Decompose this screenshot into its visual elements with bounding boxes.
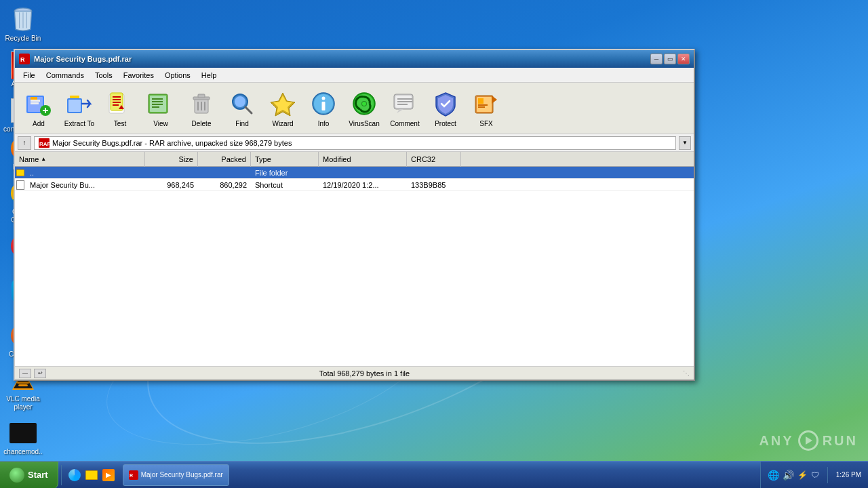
taskbar-apps: R Major Security Bugs.pdf.rar [119,462,233,489]
menu-bar: File Commands Tools Favorites Options He… [15,68,694,83]
toolbar-sfx-button[interactable]: SFX [467,85,506,131]
folder-up-size [145,167,198,179]
menu-favorites[interactable]: Favorites [118,70,159,81]
file-name: Major Security Bu... [26,179,145,191]
col-header-size[interactable]: Size [145,152,198,167]
desktop-icon-recycle-bin[interactable]: Recycle Bin [1,3,45,45]
minimize-button[interactable]: ─ [650,54,663,64]
toolbar-delete-button[interactable]: Delete [182,85,221,131]
comment-button-label: Comment [390,120,419,127]
start-button[interactable]: Start [0,462,58,489]
menu-tools[interactable]: Tools [90,70,118,81]
anyrun-run-text: RUN [823,433,858,449]
extract-button-label: Extract To [64,120,94,127]
col-header-packed[interactable]: Packed [198,152,251,167]
col-header-modified[interactable]: Modified [319,152,407,167]
toolbar-add-button[interactable]: Add [19,85,58,131]
toolbar-find-button[interactable]: Find [222,85,262,131]
toolbar-protect-button[interactable]: Protect [426,85,465,131]
svg-point-50 [362,102,366,106]
vlc-label: VLC media player [3,395,43,411]
folder-up-packed [198,167,251,179]
menu-options[interactable]: Options [159,70,196,81]
folder-up-type: File folder [251,167,319,179]
address-bar: ↑ RAR Major Security Bugs.pdf.rar - RAR … [15,134,694,152]
add-button-label: Add [33,120,45,127]
taskbar: Start ▶ R Major Security Bugs.pdf.r [0,461,868,488]
col-header-crc32[interactable]: CRC32 [407,152,461,167]
toolbar-view-button[interactable]: View [141,85,180,131]
toolbar-info-button[interactable]: Info [304,85,343,131]
delete-icon [186,89,216,119]
svg-rect-18 [45,108,46,113]
anyrun-watermark: ANY RUN [759,430,858,451]
view-icon [146,89,176,119]
status-left: — ↩ [19,369,46,378]
status-btn-1[interactable]: — [19,369,31,378]
winrar-title-text: Major Security Bugs.pdf.rar [34,55,132,63]
file-modified: 12/19/2020 1:2... [319,179,407,191]
desktop-icon-chancemodi[interactable]: chancemod... [1,417,45,467]
svg-rect-46 [322,102,326,110]
comment-icon [390,89,420,119]
quicklaunch-folder-icon[interactable] [84,468,99,483]
toolbar-virusscan-button[interactable]: VirusScan [344,85,384,131]
col-crc32-label: CRC32 [411,152,435,167]
taskbar-separator [61,465,62,485]
resize-grip[interactable]: ⋱ [683,369,690,377]
info-button-label: Info [318,120,330,127]
taskbar-winrar-app[interactable]: R Major Security Bugs.pdf.rar [123,464,229,486]
tray-clock[interactable]: 1:26 PM [836,470,861,480]
wizard-icon [268,89,298,119]
info-icon [309,89,338,119]
menu-commands[interactable]: Commands [41,70,90,81]
status-btn-2[interactable]: ↩ [34,369,46,378]
close-button[interactable]: ✕ [677,54,690,64]
menu-help[interactable]: Help [196,70,222,81]
tray-power-icon[interactable]: ⚡ [797,470,808,480]
toolbar-test-button[interactable]: Test [100,85,140,131]
title-bar-left: R Major Security Bugs.pdf.rar [19,54,132,64]
file-list-header: Name ▲ Size Packed Type Modified CRC32 [15,152,694,167]
table-row-up[interactable]: .. File folder [15,167,694,179]
file-packed: 860,292 [198,179,251,191]
protect-button-label: Protect [435,120,456,127]
folder-up-name: .. [26,167,145,179]
toolbar-comment-button[interactable]: Comment [385,85,425,131]
delete-button-label: Delete [192,120,212,127]
test-icon [105,89,135,119]
quicklaunch-ie-icon[interactable] [67,468,82,483]
table-row-file[interactable]: Major Security Bu... 968,245 860,292 Sho… [15,179,694,191]
sfx-icon [471,89,501,119]
tray-volume-icon[interactable]: 🔊 [783,470,794,481]
svg-rect-13 [31,97,37,100]
file-list-body: .. File folder Major Security Bu... 968,… [15,167,694,366]
quicklaunch-media-icon[interactable]: ▶ [101,468,116,483]
tray-network-icon[interactable]: 🌐 [768,470,779,481]
navigate-up-button[interactable]: ↑ [18,136,31,150]
taskbar-winrar-icon: R [129,470,138,480]
svg-point-41 [235,96,245,107]
toolbar-extract-button[interactable]: Extract To [60,85,99,131]
menu-file[interactable]: File [18,70,41,81]
file-size: 968,245 [145,179,198,191]
address-dropdown-button[interactable]: ▼ [679,136,691,150]
toolbar-wizard-button[interactable]: Wizard [263,85,302,131]
svg-marker-56 [397,109,403,113]
svg-rect-60 [478,104,488,106]
col-header-type[interactable]: Type [251,152,319,167]
restore-button[interactable]: ▭ [664,54,676,64]
svg-rect-6 [17,382,29,384]
title-buttons: ─ ▭ ✕ [650,54,690,64]
system-tray: 🌐 🔊 ⚡ 🛡 1:26 PM [760,462,868,489]
col-header-name[interactable]: Name ▲ [15,152,145,167]
folder-up-modified [319,167,407,179]
tray-security-icon[interactable]: 🛡 [811,470,819,480]
svg-point-45 [322,96,326,100]
start-orb-icon [9,468,24,483]
clock-time: 1:26 PM [836,470,861,480]
recycle-bin-icon [9,6,37,33]
test-button-label: Test [114,120,126,127]
wizard-button-label: Wizard [272,120,293,127]
toolbar: Add Extract To [15,83,694,134]
